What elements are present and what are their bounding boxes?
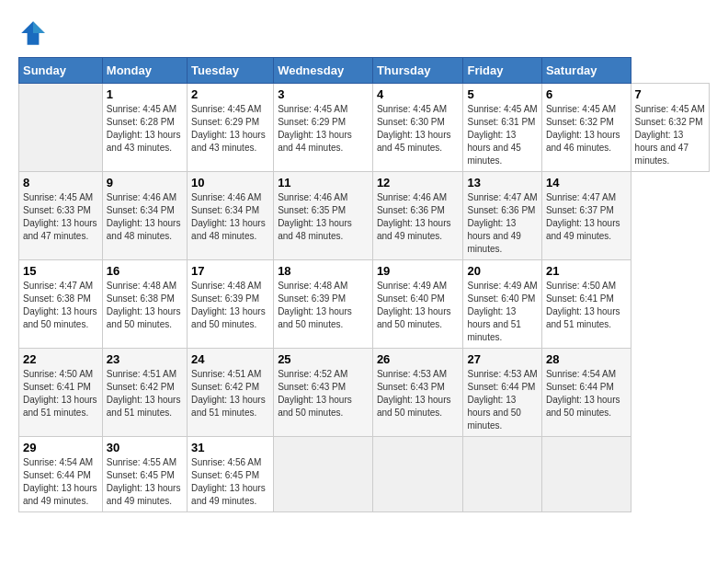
day-cell-24: 24Sunrise: 4:51 AMSunset: 6:42 PMDayligh… xyxy=(188,349,274,437)
day-info: Sunrise: 4:54 AMSunset: 6:44 PMDaylight:… xyxy=(23,456,98,508)
day-info: Sunrise: 4:45 AMSunset: 6:32 PMDaylight:… xyxy=(546,103,627,155)
day-cell-26: 26Sunrise: 4:53 AMSunset: 6:43 PMDayligh… xyxy=(372,349,463,437)
day-cell-30: 30Sunrise: 4:55 AMSunset: 6:45 PMDayligh… xyxy=(102,437,187,512)
day-number: 7 xyxy=(635,87,705,101)
day-cell-21: 21Sunrise: 4:50 AMSunset: 6:41 PMDayligh… xyxy=(541,260,631,349)
empty-cell xyxy=(19,84,103,172)
day-info: Sunrise: 4:53 AMSunset: 6:43 PMDaylight:… xyxy=(377,368,460,419)
day-number: 8 xyxy=(23,176,98,190)
day-info: Sunrise: 4:48 AMSunset: 6:39 PMDaylight:… xyxy=(191,280,269,331)
day-info: Sunrise: 4:46 AMSunset: 6:36 PMDaylight:… xyxy=(377,191,460,243)
day-number: 11 xyxy=(278,176,369,190)
day-number: 1 xyxy=(107,87,183,101)
day-cell-23: 23Sunrise: 4:51 AMSunset: 6:42 PMDayligh… xyxy=(102,349,187,437)
day-info: Sunrise: 4:46 AMSunset: 6:34 PMDaylight:… xyxy=(191,191,269,243)
logo-icon xyxy=(18,18,48,48)
day-number: 17 xyxy=(191,264,269,278)
day-cell-10: 10Sunrise: 4:46 AMSunset: 6:34 PMDayligh… xyxy=(188,172,274,260)
day-number: 31 xyxy=(191,441,269,454)
day-cell-14: 14Sunrise: 4:47 AMSunset: 6:37 PMDayligh… xyxy=(541,172,631,260)
day-cell-31: 31Sunrise: 4:56 AMSunset: 6:45 PMDayligh… xyxy=(188,437,274,512)
day-number: 2 xyxy=(191,87,269,101)
day-cell-29: 29Sunrise: 4:54 AMSunset: 6:44 PMDayligh… xyxy=(19,437,103,512)
day-number: 20 xyxy=(467,264,537,278)
column-header-sunday: Sunday xyxy=(19,58,103,84)
day-number: 5 xyxy=(467,87,537,101)
day-number: 24 xyxy=(191,352,269,366)
day-cell-9: 9Sunrise: 4:46 AMSunset: 6:34 PMDaylight… xyxy=(102,172,187,260)
day-number: 9 xyxy=(107,176,183,190)
column-header-monday: Monday xyxy=(102,58,187,84)
week-row-2: 8Sunrise: 4:45 AMSunset: 6:33 PMDaylight… xyxy=(19,172,710,260)
day-cell-1: 1Sunrise: 4:45 AMSunset: 6:28 PMDaylight… xyxy=(102,84,187,172)
day-info: Sunrise: 4:49 AMSunset: 6:40 PMDaylight:… xyxy=(377,280,460,331)
day-cell-17: 17Sunrise: 4:48 AMSunset: 6:39 PMDayligh… xyxy=(188,260,274,349)
day-cell-25: 25Sunrise: 4:52 AMSunset: 6:43 PMDayligh… xyxy=(274,349,373,437)
day-info: Sunrise: 4:46 AMSunset: 6:34 PMDaylight:… xyxy=(107,191,183,243)
day-number: 6 xyxy=(546,87,627,101)
day-info: Sunrise: 4:56 AMSunset: 6:45 PMDaylight:… xyxy=(191,456,269,508)
day-number: 28 xyxy=(546,352,627,366)
day-number: 15 xyxy=(23,264,98,278)
day-number: 27 xyxy=(467,352,537,366)
day-number: 4 xyxy=(377,87,460,101)
day-number: 18 xyxy=(278,264,369,278)
empty-cell xyxy=(541,437,631,512)
column-header-tuesday: Tuesday xyxy=(188,58,274,84)
day-info: Sunrise: 4:50 AMSunset: 6:41 PMDaylight:… xyxy=(23,368,98,419)
empty-cell xyxy=(274,437,373,512)
day-cell-2: 2Sunrise: 4:45 AMSunset: 6:29 PMDaylight… xyxy=(188,84,274,172)
day-cell-16: 16Sunrise: 4:48 AMSunset: 6:38 PMDayligh… xyxy=(102,260,187,349)
column-header-wednesday: Wednesday xyxy=(274,58,373,84)
day-number: 26 xyxy=(377,352,460,366)
day-cell-13: 13Sunrise: 4:47 AMSunset: 6:36 PMDayligh… xyxy=(463,172,541,260)
week-row-1: 1Sunrise: 4:45 AMSunset: 6:28 PMDaylight… xyxy=(19,84,710,172)
day-number: 12 xyxy=(377,176,460,190)
day-number: 21 xyxy=(546,264,627,278)
day-info: Sunrise: 4:49 AMSunset: 6:40 PMDaylight:… xyxy=(467,280,537,344)
day-info: Sunrise: 4:51 AMSunset: 6:42 PMDaylight:… xyxy=(191,368,269,419)
day-info: Sunrise: 4:45 AMSunset: 6:29 PMDaylight:… xyxy=(278,103,369,155)
day-cell-5: 5Sunrise: 4:45 AMSunset: 6:31 PMDaylight… xyxy=(463,84,541,172)
day-number: 3 xyxy=(278,87,369,101)
column-header-friday: Friday xyxy=(463,58,541,84)
day-cell-19: 19Sunrise: 4:49 AMSunset: 6:40 PMDayligh… xyxy=(372,260,463,349)
column-header-thursday: Thursday xyxy=(372,58,463,84)
week-row-3: 15Sunrise: 4:47 AMSunset: 6:38 PMDayligh… xyxy=(19,260,710,349)
day-info: Sunrise: 4:45 AMSunset: 6:29 PMDaylight:… xyxy=(191,103,269,155)
day-cell-22: 22Sunrise: 4:50 AMSunset: 6:41 PMDayligh… xyxy=(19,349,103,437)
day-number: 10 xyxy=(191,176,269,190)
day-number: 25 xyxy=(278,352,369,366)
day-cell-15: 15Sunrise: 4:47 AMSunset: 6:38 PMDayligh… xyxy=(19,260,103,349)
day-info: Sunrise: 4:45 AMSunset: 6:28 PMDaylight:… xyxy=(107,103,183,155)
day-info: Sunrise: 4:54 AMSunset: 6:44 PMDaylight:… xyxy=(546,368,627,419)
day-cell-3: 3Sunrise: 4:45 AMSunset: 6:29 PMDaylight… xyxy=(274,84,373,172)
day-number: 19 xyxy=(377,264,460,278)
day-number: 22 xyxy=(23,352,98,366)
svg-marker-1 xyxy=(33,21,45,33)
day-info: Sunrise: 4:45 AMSunset: 6:31 PMDaylight:… xyxy=(467,103,537,167)
day-number: 14 xyxy=(546,176,627,190)
day-info: Sunrise: 4:53 AMSunset: 6:44 PMDaylight:… xyxy=(467,368,537,432)
week-row-5: 29Sunrise: 4:54 AMSunset: 6:44 PMDayligh… xyxy=(19,437,710,512)
day-number: 23 xyxy=(107,352,183,366)
day-info: Sunrise: 4:45 AMSunset: 6:32 PMDaylight:… xyxy=(635,103,705,167)
day-info: Sunrise: 4:48 AMSunset: 6:38 PMDaylight:… xyxy=(107,280,183,331)
column-header-saturday: Saturday xyxy=(541,58,631,84)
day-number: 30 xyxy=(107,441,183,454)
day-info: Sunrise: 4:47 AMSunset: 6:38 PMDaylight:… xyxy=(23,280,98,331)
day-info: Sunrise: 4:46 AMSunset: 6:35 PMDaylight:… xyxy=(278,191,369,243)
day-cell-12: 12Sunrise: 4:46 AMSunset: 6:36 PMDayligh… xyxy=(372,172,463,260)
logo xyxy=(18,18,53,48)
day-info: Sunrise: 4:51 AMSunset: 6:42 PMDaylight:… xyxy=(107,368,183,419)
day-cell-8: 8Sunrise: 4:45 AMSunset: 6:33 PMDaylight… xyxy=(19,172,103,260)
day-cell-6: 6Sunrise: 4:45 AMSunset: 6:32 PMDaylight… xyxy=(541,84,631,172)
day-info: Sunrise: 4:47 AMSunset: 6:36 PMDaylight:… xyxy=(467,191,537,256)
day-number: 16 xyxy=(107,264,183,278)
calendar-table: SundayMondayTuesdayWednesdayThursdayFrid… xyxy=(18,57,710,512)
day-info: Sunrise: 4:50 AMSunset: 6:41 PMDaylight:… xyxy=(546,280,627,331)
page-header xyxy=(18,18,710,48)
day-info: Sunrise: 4:52 AMSunset: 6:43 PMDaylight:… xyxy=(278,368,369,419)
day-cell-20: 20Sunrise: 4:49 AMSunset: 6:40 PMDayligh… xyxy=(463,260,541,349)
day-info: Sunrise: 4:48 AMSunset: 6:39 PMDaylight:… xyxy=(278,280,369,331)
